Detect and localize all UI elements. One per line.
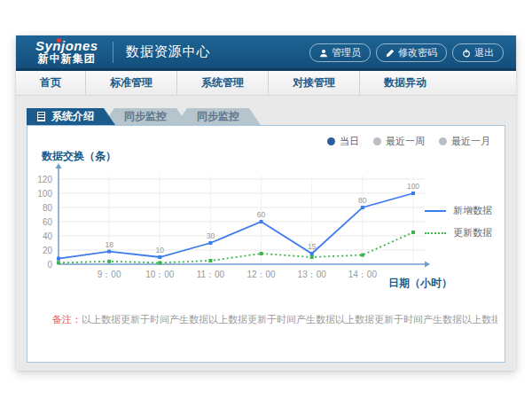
- radio-icon: [439, 137, 447, 145]
- radio-icon: [327, 137, 335, 145]
- logo-text-en: Synjones: [35, 39, 98, 53]
- svg-text:100: 100: [407, 182, 419, 191]
- svg-text:40: 40: [43, 231, 53, 241]
- edit-icon: [386, 49, 395, 58]
- svg-text:14：00: 14：00: [348, 270, 378, 279]
- svg-text:30: 30: [207, 231, 215, 240]
- nav-item[interactable]: 标准管理: [85, 71, 176, 95]
- legend-item[interactable]: 更新数据: [425, 226, 492, 239]
- time-range-filters: 当日最近一周最近一月: [327, 135, 490, 148]
- nav-item[interactable]: 首页: [16, 71, 85, 95]
- nav-item[interactable]: 数据异动: [359, 71, 450, 95]
- svg-text:12：00: 12：00: [246, 270, 276, 279]
- logout-button[interactable]: 退出: [452, 43, 504, 62]
- document-icon: [37, 112, 45, 121]
- page-title: 数据资源中心: [126, 43, 211, 60]
- nav-item[interactable]: 对接管理: [268, 71, 359, 95]
- legend-line-sample: [425, 232, 446, 234]
- svg-text:10：00: 10：00: [145, 270, 175, 279]
- svg-text:80: 80: [43, 203, 53, 213]
- x-axis-title: 日期（小时）: [388, 276, 452, 291]
- radio-icon: [373, 137, 381, 145]
- svg-text:15: 15: [308, 242, 317, 251]
- time-range-option[interactable]: 最近一月: [439, 135, 490, 148]
- svg-text:11：00: 11：00: [197, 270, 225, 279]
- header: Synjones 新中新集团 数据资源中心 管理员修改密码退出: [16, 35, 516, 71]
- legend-line-sample: [425, 210, 446, 212]
- svg-text:60: 60: [43, 217, 53, 227]
- footnote-text: 以上数据更新于时间产生数据以上数据更新于时间产生数据以上数据更新于时间产生数据以…: [82, 314, 497, 325]
- svg-text:0: 0: [47, 260, 52, 270]
- svg-text:9：00: 9：00: [98, 270, 121, 279]
- time-range-option[interactable]: 最近一周: [373, 135, 425, 148]
- brand-logo: Synjones 新中新集团: [35, 39, 98, 64]
- svg-text:10: 10: [156, 246, 165, 254]
- power-icon: [462, 49, 471, 58]
- user-button[interactable]: 管理员: [309, 43, 371, 62]
- content-panel: 当日最近一周最近一月 数据交换（条） 0204060801001209：0010…: [27, 125, 505, 363]
- tab[interactable]: 同步监控: [176, 108, 261, 125]
- footnote-label: 备注：: [52, 314, 82, 325]
- legend-item[interactable]: 新增数据: [425, 204, 492, 217]
- svg-text:20: 20: [43, 246, 53, 255]
- tab-bar: 系统介绍同步监控同步监控: [16, 96, 516, 125]
- svg-text:120: 120: [37, 175, 52, 184]
- tab[interactable]: 同步监控: [103, 108, 188, 125]
- app-window: Synjones 新中新集团 数据资源中心 管理员修改密码退出 首页标准管理系统…: [16, 35, 516, 371]
- header-divider: [113, 42, 113, 63]
- svg-text:13：00: 13：00: [298, 270, 327, 279]
- user-icon: [319, 49, 328, 58]
- svg-text:18: 18: [105, 240, 113, 249]
- logo-text-cn: 新中新集团: [35, 53, 98, 65]
- main-nav: 首页标准管理系统管理对接管理数据异动: [16, 71, 516, 96]
- chart-legend: 新增数据更新数据: [425, 204, 492, 248]
- footnote: 备注：以上数据更新于时间产生数据以上数据更新于时间产生数据以上数据更新于时间产生…: [52, 313, 497, 326]
- svg-text:100: 100: [37, 189, 52, 199]
- svg-text:60: 60: [257, 210, 266, 219]
- change-password-button[interactable]: 修改密码: [376, 43, 447, 62]
- nav-item[interactable]: 系统管理: [176, 71, 268, 95]
- tab-active[interactable]: 系统介绍: [27, 108, 115, 125]
- header-buttons: 管理员修改密码退出: [309, 43, 504, 62]
- svg-text:80: 80: [358, 196, 367, 205]
- time-range-option[interactable]: 当日: [327, 135, 359, 148]
